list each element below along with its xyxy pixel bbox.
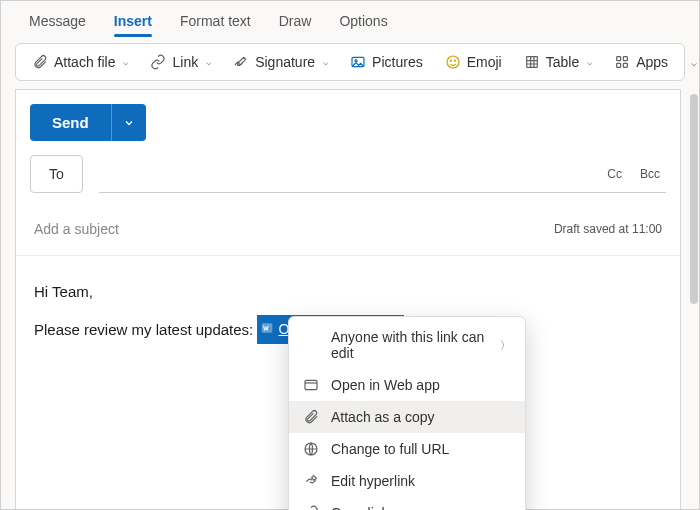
svg-rect-5: [526, 57, 537, 68]
send-split-button: Send: [30, 104, 146, 141]
body-line-2-text: Please review my latest updates:: [34, 321, 257, 338]
tab-insert[interactable]: Insert: [100, 7, 166, 37]
subject-input[interactable]: Add a subject: [34, 221, 554, 237]
bcc-button[interactable]: Bcc: [640, 167, 660, 181]
menu-label-full-url: Change to full URL: [331, 441, 511, 457]
tab-draw[interactable]: Draw: [265, 7, 326, 37]
menu-item-edit-hyperlink[interactable]: Edit hyperlink: [289, 465, 525, 497]
chevron-down-icon: ⌵: [123, 57, 128, 67]
attach-file-label: Attach file: [54, 54, 115, 70]
table-button[interactable]: Table ⌵: [514, 48, 602, 76]
paperclip-icon: [303, 409, 319, 425]
body-line-1: Hi Team,: [34, 278, 662, 305]
word-doc-icon: [260, 316, 274, 343]
chevron-down-icon: ⌵: [323, 57, 328, 67]
toolbar-overflow-button[interactable]: ⌵: [691, 57, 697, 68]
subject-row: Add a subject Draft saved at 11:00: [16, 199, 680, 256]
svg-rect-11: [305, 380, 317, 389]
menu-item-open-web[interactable]: Open in Web app: [289, 369, 525, 401]
apps-button[interactable]: Apps: [604, 48, 678, 76]
chevron-right-icon: 〉: [500, 338, 511, 353]
signature-label: Signature: [255, 54, 315, 70]
svg-point-2: [447, 56, 459, 68]
apps-label: Apps: [636, 54, 668, 70]
send-row: Send: [16, 90, 680, 155]
globe-icon: [303, 441, 319, 457]
attach-file-button[interactable]: Attach file ⌵: [22, 48, 138, 76]
edit-link-icon: [303, 473, 319, 489]
emoji-icon: [445, 54, 461, 70]
pictures-button[interactable]: Pictures: [340, 48, 433, 76]
menu-item-share-permissions[interactable]: Anyone with this link can edit 〉: [289, 321, 525, 369]
to-row: To Cc Bcc: [16, 155, 680, 199]
menu-item-full-url[interactable]: Change to full URL: [289, 433, 525, 465]
vertical-scrollbar[interactable]: [690, 94, 698, 304]
insert-toolbar: Attach file ⌵ Link ⌵ Signature ⌵: [15, 43, 685, 81]
pictures-label: Pictures: [372, 54, 423, 70]
cc-button[interactable]: Cc: [607, 167, 622, 181]
menu-label-anyone: Anyone with this link can edit: [331, 329, 488, 361]
menu-label-copy-link: Copy link: [331, 505, 511, 510]
tab-message[interactable]: Message: [15, 7, 100, 37]
to-input[interactable]: Cc Bcc: [99, 155, 666, 193]
svg-point-1: [355, 60, 357, 62]
apps-icon: [614, 54, 630, 70]
table-icon: [524, 54, 540, 70]
send-button[interactable]: Send: [30, 104, 112, 141]
svg-rect-9: [624, 63, 628, 67]
pictures-icon: [350, 54, 366, 70]
toolbar-wrap: Attach file ⌵ Link ⌵ Signature ⌵: [1, 37, 699, 89]
attachment-context-menu: Anyone with this link can edit 〉 Open in…: [288, 316, 526, 510]
draft-status-label: Draft saved at 11:00: [554, 222, 662, 236]
link-icon: [303, 505, 319, 510]
open-web-icon: [303, 377, 319, 393]
menu-item-copy-link[interactable]: Copy link: [289, 497, 525, 510]
link-label: Link: [172, 54, 198, 70]
menu-label-edit-hyperlink: Edit hyperlink: [331, 473, 511, 489]
signature-icon: [233, 54, 249, 70]
tab-options[interactable]: Options: [325, 7, 401, 37]
tab-format-text[interactable]: Format text: [166, 7, 265, 37]
svg-rect-7: [624, 57, 628, 61]
link-icon: [150, 54, 166, 70]
blank-icon: [303, 337, 319, 353]
svg-rect-6: [617, 57, 621, 61]
paperclip-icon: [32, 54, 48, 70]
svg-point-4: [454, 60, 455, 61]
table-label: Table: [546, 54, 579, 70]
menu-label-open-web: Open in Web app: [331, 377, 511, 393]
ribbon-tabs: Message Insert Format text Draw Options: [1, 1, 699, 37]
menu-item-attach-copy[interactable]: Attach as a copy: [289, 401, 525, 433]
to-button[interactable]: To: [30, 155, 83, 193]
emoji-label: Emoji: [467, 54, 502, 70]
svg-point-3: [450, 60, 451, 61]
menu-label-attach-copy: Attach as a copy: [331, 409, 511, 425]
chevron-down-icon: ⌵: [206, 57, 211, 67]
svg-rect-8: [617, 63, 621, 67]
send-dropdown-button[interactable]: [112, 104, 146, 141]
emoji-button[interactable]: Emoji: [435, 48, 512, 76]
link-button[interactable]: Link ⌵: [140, 48, 221, 76]
chevron-down-icon: ⌵: [587, 57, 592, 67]
signature-button[interactable]: Signature ⌵: [223, 48, 338, 76]
